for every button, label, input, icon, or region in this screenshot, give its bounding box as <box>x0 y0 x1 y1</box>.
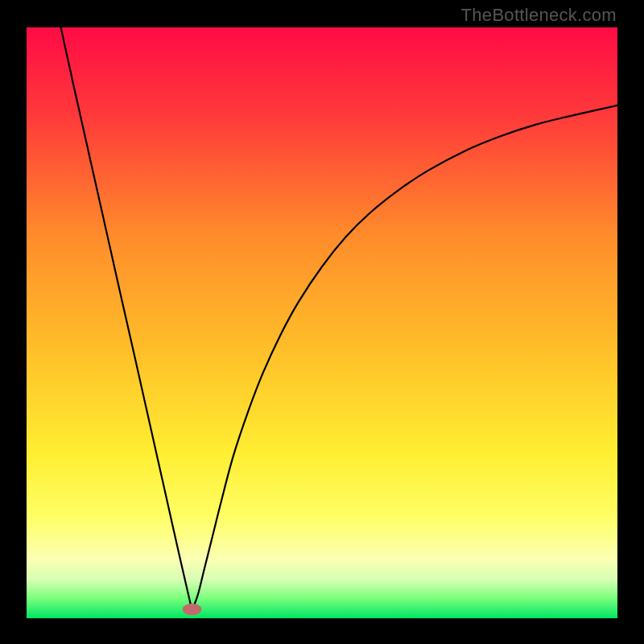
plot-area <box>27 27 617 618</box>
watermark-text: TheBottleneck.com <box>461 5 617 26</box>
gradient-background <box>27 27 617 618</box>
chart-svg <box>27 27 617 618</box>
minimum-marker <box>183 604 201 616</box>
